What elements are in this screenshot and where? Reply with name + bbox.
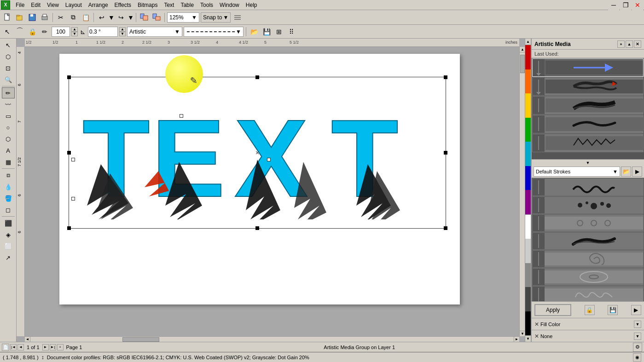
handle-br[interactable] (444, 226, 447, 230)
color-orange[interactable] (525, 69, 531, 94)
apply-button[interactable]: Apply (534, 304, 571, 316)
color-gray[interactable] (525, 263, 531, 287)
zoom-tool[interactable]: 🔍 (2, 74, 15, 85)
dropper-tool[interactable]: 💧 (2, 181, 15, 192)
polygon-tool[interactable]: ⬡ (2, 133, 15, 144)
window-minimize-btn[interactable]: ─ (608, 0, 619, 11)
brush-item-1[interactable] (532, 58, 644, 77)
scroll-right-btn[interactable]: ► (514, 337, 519, 342)
menu-arrange[interactable]: Arrange (86, 1, 111, 9)
menu-text[interactable]: Text (161, 1, 177, 9)
shape-tool[interactable]: ⬡ (2, 51, 15, 62)
grid-btn[interactable]: ⊞ (273, 26, 284, 37)
vertical-scrollbar[interactable]: ▲ ▼ (519, 47, 525, 336)
brush-list-scroll[interactable]: ▼ (532, 159, 644, 166)
import-btn[interactable] (139, 12, 150, 23)
extrude-tool[interactable]: ⬜ (2, 241, 15, 252)
stroke-folder-btn[interactable]: 📂 (621, 167, 631, 177)
handle-tl[interactable] (67, 75, 71, 79)
window-restore-btn[interactable]: ❐ (620, 0, 631, 11)
outline-tool[interactable]: ◻ (2, 204, 15, 215)
save-stroke-button[interactable]: 💾 (608, 305, 618, 315)
outline-extra-btn[interactable]: ▼ (634, 333, 641, 340)
scroll-left-btn[interactable]: ◄ (25, 337, 30, 342)
color-black[interactable] (525, 311, 531, 336)
add-page-btn[interactable]: + (57, 344, 64, 351)
ellipse-tool[interactable]: ○ (2, 122, 15, 133)
settings-icon-btn[interactable]: ⚙ (633, 343, 642, 352)
canvas-content[interactable]: T E X T (25, 47, 519, 336)
artistic-media-tool[interactable]: 〰 (2, 99, 15, 110)
lock-tool[interactable]: 🔒 (27, 26, 38, 37)
scroll-up-btn[interactable]: ▲ (520, 47, 525, 52)
stroke-play-btn[interactable]: ▶ (632, 167, 642, 177)
handle-ml[interactable] (67, 151, 71, 155)
crop-tool[interactable]: ⊡ (2, 63, 15, 74)
menu-table[interactable]: Table (178, 1, 197, 9)
handle-tr[interactable] (444, 75, 447, 79)
print-btn[interactable] (39, 12, 50, 23)
scroll-thumb[interactable] (520, 55, 525, 73)
color-lightgray[interactable] (525, 239, 531, 263)
ds-item-4[interactable] (532, 232, 644, 250)
connector-tool[interactable]: ↗ (2, 252, 15, 263)
blend-tool[interactable]: ⬛ (2, 218, 15, 229)
text-tool[interactable]: A (2, 145, 15, 156)
undo-arrow[interactable]: ▼ (109, 12, 114, 23)
fill-tool[interactable]: 🪣 (2, 193, 15, 204)
redo-arrow[interactable]: ▼ (128, 12, 133, 23)
style-dropdown[interactable]: Artistic ▼ (127, 27, 182, 37)
color-red[interactable] (525, 45, 531, 69)
ds-item-2[interactable] (532, 196, 644, 214)
menu-bitmaps[interactable]: Bitmaps (135, 1, 160, 9)
palette-up-btn[interactable]: ▲ (525, 39, 531, 45)
handle-tm[interactable] (255, 75, 259, 79)
line-pattern-dropdown[interactable]: ▼ (184, 27, 244, 37)
ds-item-6[interactable] (532, 268, 644, 286)
save-stroke-btn[interactable]: 💾 (261, 26, 272, 37)
brush-item-3[interactable] (532, 96, 644, 115)
color-purple[interactable] (525, 190, 531, 214)
menu-view[interactable]: View (44, 1, 62, 9)
handle-bm[interactable] (255, 226, 259, 230)
cut-btn[interactable]: ✂ (55, 12, 66, 23)
color-yellow[interactable] (525, 93, 531, 118)
panel-close-btn[interactable]: ✕ (634, 40, 641, 48)
lock-button[interactable]: 🔒 (585, 305, 595, 315)
panel-expand-btn[interactable]: » (617, 40, 625, 48)
menu-edit[interactable]: Edit (28, 1, 43, 9)
menu-help[interactable]: Help (243, 1, 260, 9)
color-green[interactable] (525, 118, 531, 142)
parallel-tool[interactable]: ⧈ (2, 170, 15, 181)
color-blue[interactable] (525, 166, 531, 190)
ds-item-7[interactable] (532, 286, 644, 301)
horizontal-scrollbar[interactable]: ◄ ► (25, 336, 519, 342)
menu-file[interactable]: File (13, 1, 27, 9)
save-btn[interactable] (27, 12, 38, 23)
copy-btn[interactable]: ⧉ (68, 12, 79, 23)
width-input[interactable] (52, 27, 70, 37)
freehand-tool[interactable]: ✏ (2, 87, 15, 98)
scroll-down-btn[interactable]: ▼ (520, 331, 525, 336)
color-white[interactable] (525, 214, 531, 239)
first-page-btn[interactable]: |◄ (10, 344, 17, 351)
page-icon[interactable]: 📄 (2, 344, 9, 351)
color-darkgray[interactable] (525, 287, 531, 311)
angle-spinner[interactable]: ▲ ▼ (119, 27, 126, 36)
panel-up-btn[interactable]: ▲ (626, 40, 633, 48)
ds-item-1[interactable] (532, 178, 644, 196)
export-btn[interactable] (151, 12, 162, 23)
table-tool[interactable]: ▦ (2, 156, 15, 167)
panel-expand-right-btn[interactable]: ▶ (631, 305, 641, 315)
pencil-tool[interactable]: ✏ (39, 26, 50, 37)
hscroll-thumb[interactable] (122, 337, 159, 342)
ds-item-5[interactable] (532, 250, 644, 268)
rect-tool[interactable]: ▭ (2, 110, 15, 121)
handle-bl[interactable] (67, 226, 71, 230)
dots-btn[interactable]: ⠿ (286, 26, 297, 37)
menu-tools[interactable]: Tools (197, 1, 216, 9)
prev-page-btn[interactable]: ◄ (17, 344, 24, 351)
palette-down-btn[interactable]: ▼ (525, 335, 531, 342)
menu-layout[interactable]: Layout (63, 1, 85, 9)
fill-extra-btn[interactable]: ▼ (634, 321, 641, 328)
